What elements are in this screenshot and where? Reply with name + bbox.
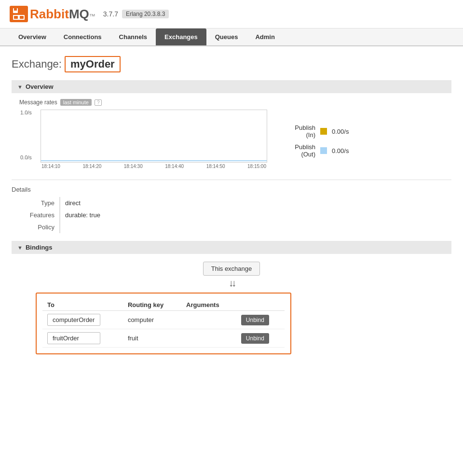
binding-queue-computer: computerOrder [42,311,123,329]
message-rates-row: Message rates last minute ? [19,99,444,106]
time-badge[interactable]: last minute [60,99,92,106]
unbind-button-fruit[interactable]: Unbind [241,333,269,344]
this-exchange-box: This exchange [21,262,442,276]
erlang-label: Erlang 20.3.8.3 [122,10,169,18]
x-label-5: 18:15:00 [247,164,266,169]
svg-rect-2 [14,8,17,11]
binding-arguments-computer [181,311,236,329]
legend-value-publish-out: 0.00/s [332,147,349,154]
queue-box-fruit: fruitOrder [47,332,100,344]
col-header-arguments: Arguments [181,299,236,311]
bindings-section-header[interactable]: ▼ Bindings [12,241,451,254]
nav-item-exchanges[interactable]: Exchanges [156,28,206,45]
bindings-table-wrapper: To Routing key Arguments computerOrder c… [36,293,291,354]
unbind-button-computer[interactable]: Unbind [241,315,269,325]
binding-arguments-fruit [181,329,236,348]
chart-y-top: 1.0/s [20,110,32,115]
nav-link-admin[interactable]: Admin [246,28,283,45]
legend-box-publish-out [320,147,327,154]
message-rates-label: Message rates [19,99,57,106]
overview-section-body: Message rates last minute ? 1.0/s 0.0/s … [12,93,451,180]
col-header-action [236,299,285,311]
legend-row-publish-in: Publish (In) 0.00/s [277,124,349,139]
nav-item-connections[interactable]: Connections [55,28,110,45]
details-row-type: Type direct [12,197,451,209]
col-header-routing-key: Routing key [123,299,181,311]
nav-link-queues[interactable]: Queues [206,28,247,45]
details-value-type: direct [60,197,451,209]
bindings-section-label: Bindings [26,244,53,251]
details-key-type: Type [12,197,60,209]
x-label-1: 18:14:20 [82,164,101,169]
logo-text: RabbitMQ™ [30,7,95,22]
x-label-2: 18:14:30 [124,164,143,169]
question-badge[interactable]: ? [95,99,102,106]
binding-action-computer: Unbind [236,311,285,329]
logo: RabbitMQ™ [10,6,95,22]
legend-box-publish-in [320,128,327,135]
details-row-features: Features durable: true [12,209,451,221]
chart-line [41,160,267,161]
rabbitmq-icon [10,6,28,22]
binding-queue-fruit: fruitOrder [42,329,123,348]
binding-row-fruit: fruitOrder fruit Unbind [42,329,285,348]
nav-item-overview[interactable]: Overview [10,28,55,45]
x-label-3: 18:14:40 [165,164,184,169]
chart-area: 1.0/s 0.0/s 18:14:10 18:14:20 18:14:30 1… [41,110,267,169]
nav-link-channels[interactable]: Channels [110,28,156,45]
bindings-table-header-row: To Routing key Arguments [42,299,285,311]
nav-link-exchanges[interactable]: Exchanges [156,28,206,45]
details-value-features: durable: true [60,209,451,221]
nav-link-overview[interactable]: Overview [10,28,55,45]
nav-item-queues[interactable]: Queues [206,28,247,45]
chart-x-labels: 18:14:10 18:14:20 18:14:30 18:14:40 18:1… [41,164,267,169]
chart-y-bottom: 0.0/s [20,154,32,160]
details-section: Details Type direct Features durable: tr… [12,186,451,233]
overview-section-label: Overview [26,83,54,90]
down-arrows: ↓ ↓ [21,278,442,289]
svg-rect-5 [20,16,24,19]
legend-row-publish-out: Publish (Out) 0.00/s [277,143,349,158]
binding-routingkey-computer: computer [123,311,181,329]
details-value-policy [60,221,451,233]
col-header-to: To [42,299,123,311]
chart-box [41,110,267,163]
this-exchange-button[interactable]: This exchange [203,262,260,276]
details-table: Type direct Features durable: true Polic… [12,197,451,233]
publish-in-label-line1: Publish [277,124,315,131]
legend-name-publish-out: Publish (Out) [277,143,315,158]
page-title-prefix: Exchange: [12,58,62,70]
details-label: Details [12,186,451,193]
top-header: RabbitMQ™ 3.7.7 Erlang 20.3.8.3 [0,0,463,28]
bindings-table: To Routing key Arguments computerOrder c… [42,299,285,348]
queue-box-computer: computerOrder [47,314,100,326]
details-row-policy: Policy [12,221,451,233]
svg-rect-4 [14,16,18,19]
nav-item-admin[interactable]: Admin [246,28,283,45]
publish-in-label-line2: (In) [277,131,315,139]
main-content: Exchange: myOrder ▼ Overview Message rat… [0,46,463,372]
version-label: 3.7.7 [103,10,118,18]
x-label-0: 18:14:10 [41,164,60,169]
main-nav: Overview Connections Channels Exchanges … [0,28,463,46]
details-key-features: Features [12,209,60,221]
publish-out-label-line2: (Out) [277,151,315,158]
nav-item-channels[interactable]: Channels [110,28,156,45]
page-title-value: myOrder [65,56,121,72]
legend-name-publish-in: Publish (In) [277,124,315,139]
details-key-policy: Policy [12,221,60,233]
chart-wrapper: 1.0/s 0.0/s 18:14:10 18:14:20 18:14:30 1… [19,110,444,169]
x-label-4: 18:14:50 [206,164,225,169]
publish-out-label-line1: Publish [277,143,315,151]
binding-row-computer: computerOrder computer Unbind [42,311,285,329]
arrow-down-right: ↓ [232,278,234,289]
binding-routingkey-fruit: fruit [123,329,181,348]
bindings-collapse-arrow: ▼ [17,245,23,251]
overview-section-header[interactable]: ▼ Overview [12,80,451,93]
page-title-row: Exchange: myOrder [12,56,451,72]
chart-legend: Publish (In) 0.00/s Publish (Out) 0.00/s [277,110,349,158]
overview-collapse-arrow: ▼ [17,84,23,90]
legend-value-publish-in: 0.00/s [332,128,349,135]
nav-link-connections[interactable]: Connections [55,28,110,45]
bindings-section-body: This exchange ↓ ↓ To Routing key Argumen… [12,254,451,362]
